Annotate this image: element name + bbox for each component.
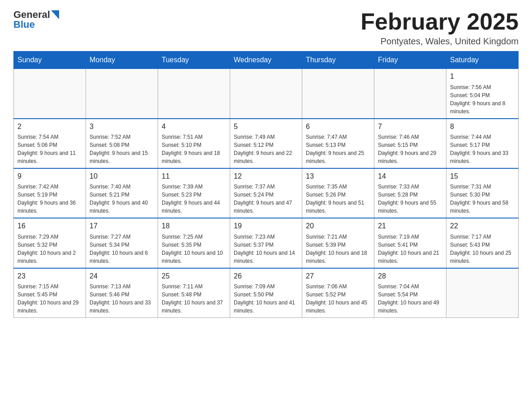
- month-title: February 2025: [360, 9, 519, 34]
- calendar-day-cell: 15Sunrise: 7:31 AMSunset: 5:30 PMDayligh…: [446, 168, 519, 218]
- day-info: Sunrise: 7:44 AMSunset: 5:17 PMDaylight:…: [450, 133, 515, 165]
- day-info: Sunrise: 7:13 AMSunset: 5:46 PMDaylight:…: [90, 283, 154, 315]
- calendar-day-cell: 10Sunrise: 7:40 AMSunset: 5:21 PMDayligh…: [86, 168, 158, 218]
- calendar-day-cell: 21Sunrise: 7:19 AMSunset: 5:41 PMDayligh…: [374, 218, 446, 268]
- calendar-day-header: Tuesday: [158, 51, 230, 69]
- calendar-day-cell: 5Sunrise: 7:49 AMSunset: 5:12 PMDaylight…: [230, 119, 302, 168]
- location-subtitle: Pontyates, Wales, United Kingdom: [360, 36, 519, 47]
- day-number: 28: [378, 271, 442, 281]
- day-number: 6: [306, 122, 370, 132]
- day-info: Sunrise: 7:37 AMSunset: 5:24 PMDaylight:…: [234, 183, 298, 215]
- day-number: 7: [378, 122, 442, 132]
- calendar-day-cell: [158, 69, 230, 119]
- calendar-day-cell: 13Sunrise: 7:35 AMSunset: 5:26 PMDayligh…: [302, 168, 374, 218]
- day-info: Sunrise: 7:51 AMSunset: 5:10 PMDaylight:…: [162, 133, 226, 165]
- logo-triangle-icon: [51, 10, 59, 19]
- day-info: Sunrise: 7:04 AMSunset: 5:54 PMDaylight:…: [378, 283, 442, 315]
- day-info: Sunrise: 7:15 AMSunset: 5:45 PMDaylight:…: [17, 283, 82, 315]
- day-number: 20: [306, 221, 370, 231]
- title-section: February 2025 Pontyates, Wales, United K…: [360, 9, 519, 47]
- calendar-week-row: 1Sunrise: 7:56 AMSunset: 5:04 PMDaylight…: [14, 69, 519, 119]
- calendar-day-cell: [14, 69, 86, 119]
- calendar-day-cell: 16Sunrise: 7:29 AMSunset: 5:32 PMDayligh…: [14, 218, 86, 268]
- day-info: Sunrise: 7:11 AMSunset: 5:48 PMDaylight:…: [162, 283, 226, 315]
- calendar-day-cell: 25Sunrise: 7:11 AMSunset: 5:48 PMDayligh…: [158, 268, 230, 318]
- calendar-day-cell: 6Sunrise: 7:47 AMSunset: 5:13 PMDaylight…: [302, 119, 374, 168]
- day-info: Sunrise: 7:47 AMSunset: 5:13 PMDaylight:…: [306, 133, 370, 165]
- calendar-header-row: SundayMondayTuesdayWednesdayThursdayFrid…: [14, 51, 519, 69]
- calendar-day-cell: 28Sunrise: 7:04 AMSunset: 5:54 PMDayligh…: [374, 268, 446, 318]
- calendar-week-row: 16Sunrise: 7:29 AMSunset: 5:32 PMDayligh…: [14, 218, 519, 268]
- calendar-day-cell: 7Sunrise: 7:46 AMSunset: 5:15 PMDaylight…: [374, 119, 446, 168]
- day-number: 2: [17, 122, 82, 132]
- day-number: 1: [450, 72, 515, 81]
- day-number: 24: [90, 271, 154, 281]
- day-info: Sunrise: 7:40 AMSunset: 5:21 PMDaylight:…: [90, 183, 154, 215]
- day-info: Sunrise: 7:56 AMSunset: 5:04 PMDaylight:…: [450, 83, 515, 116]
- day-number: 13: [306, 171, 370, 181]
- calendar-day-cell: 22Sunrise: 7:17 AMSunset: 5:43 PMDayligh…: [446, 218, 519, 268]
- day-number: 19: [234, 221, 298, 231]
- day-number: 15: [450, 171, 515, 181]
- day-number: 26: [234, 271, 298, 281]
- logo: General Blue: [13, 9, 59, 30]
- calendar-day-cell: 18Sunrise: 7:25 AMSunset: 5:35 PMDayligh…: [158, 218, 230, 268]
- day-number: 25: [162, 271, 226, 281]
- day-info: Sunrise: 7:49 AMSunset: 5:12 PMDaylight:…: [234, 133, 298, 165]
- day-info: Sunrise: 7:39 AMSunset: 5:23 PMDaylight:…: [162, 183, 226, 215]
- day-number: 22: [450, 221, 515, 231]
- page-header: General Blue February 2025 Pontyates, Wa…: [13, 9, 519, 47]
- svg-marker-0: [51, 10, 59, 19]
- day-info: Sunrise: 7:21 AMSunset: 5:39 PMDaylight:…: [306, 233, 370, 265]
- calendar-day-cell: 2Sunrise: 7:54 AMSunset: 5:06 PMDaylight…: [14, 119, 86, 168]
- day-number: 14: [378, 171, 442, 181]
- calendar-day-cell: 3Sunrise: 7:52 AMSunset: 5:08 PMDaylight…: [86, 119, 158, 168]
- calendar-day-cell: 19Sunrise: 7:23 AMSunset: 5:37 PMDayligh…: [230, 218, 302, 268]
- calendar-day-header: Sunday: [14, 51, 86, 69]
- calendar-day-cell: 26Sunrise: 7:09 AMSunset: 5:50 PMDayligh…: [230, 268, 302, 318]
- calendar-day-cell: 14Sunrise: 7:33 AMSunset: 5:28 PMDayligh…: [374, 168, 446, 218]
- calendar-week-row: 9Sunrise: 7:42 AMSunset: 5:19 PMDaylight…: [14, 168, 519, 218]
- day-number: 3: [90, 122, 154, 132]
- calendar-day-cell: 8Sunrise: 7:44 AMSunset: 5:17 PMDaylight…: [446, 119, 519, 168]
- calendar-day-cell: 4Sunrise: 7:51 AMSunset: 5:10 PMDaylight…: [158, 119, 230, 168]
- calendar-day-cell: 9Sunrise: 7:42 AMSunset: 5:19 PMDaylight…: [14, 168, 86, 218]
- calendar-day-cell: [374, 69, 446, 119]
- day-number: 5: [234, 122, 298, 132]
- day-info: Sunrise: 7:09 AMSunset: 5:50 PMDaylight:…: [234, 283, 298, 315]
- day-number: 11: [162, 171, 226, 181]
- day-number: 21: [378, 221, 442, 231]
- day-info: Sunrise: 7:42 AMSunset: 5:19 PMDaylight:…: [17, 183, 82, 215]
- day-info: Sunrise: 7:46 AMSunset: 5:15 PMDaylight:…: [378, 133, 442, 165]
- calendar-day-cell: 24Sunrise: 7:13 AMSunset: 5:46 PMDayligh…: [86, 268, 158, 318]
- calendar-day-cell: 1Sunrise: 7:56 AMSunset: 5:04 PMDaylight…: [446, 69, 519, 119]
- calendar-day-cell: 17Sunrise: 7:27 AMSunset: 5:34 PMDayligh…: [86, 218, 158, 268]
- calendar-day-header: Friday: [374, 51, 446, 69]
- day-number: 9: [17, 171, 82, 181]
- calendar-week-row: 2Sunrise: 7:54 AMSunset: 5:06 PMDaylight…: [14, 119, 519, 168]
- calendar-day-cell: 12Sunrise: 7:37 AMSunset: 5:24 PMDayligh…: [230, 168, 302, 218]
- day-info: Sunrise: 7:19 AMSunset: 5:41 PMDaylight:…: [378, 233, 442, 265]
- calendar-day-cell: 23Sunrise: 7:15 AMSunset: 5:45 PMDayligh…: [14, 268, 86, 318]
- day-info: Sunrise: 7:52 AMSunset: 5:08 PMDaylight:…: [90, 133, 154, 165]
- calendar-day-cell: [86, 69, 158, 119]
- day-number: 18: [162, 221, 226, 231]
- day-info: Sunrise: 7:06 AMSunset: 5:52 PMDaylight:…: [306, 283, 370, 315]
- calendar-day-cell: [302, 69, 374, 119]
- calendar-day-header: Thursday: [302, 51, 374, 69]
- day-number: 12: [234, 171, 298, 181]
- day-number: 23: [17, 271, 82, 281]
- calendar-day-header: Monday: [86, 51, 158, 69]
- day-info: Sunrise: 7:27 AMSunset: 5:34 PMDaylight:…: [90, 233, 154, 265]
- calendar-day-cell: 20Sunrise: 7:21 AMSunset: 5:39 PMDayligh…: [302, 218, 374, 268]
- day-info: Sunrise: 7:29 AMSunset: 5:32 PMDaylight:…: [17, 233, 82, 265]
- day-number: 17: [90, 221, 154, 231]
- logo-blue-text: Blue: [13, 19, 35, 30]
- day-info: Sunrise: 7:54 AMSunset: 5:06 PMDaylight:…: [17, 133, 82, 165]
- calendar-week-row: 23Sunrise: 7:15 AMSunset: 5:45 PMDayligh…: [14, 268, 519, 318]
- day-number: 16: [17, 221, 82, 231]
- calendar-day-header: Wednesday: [230, 51, 302, 69]
- calendar-day-cell: [446, 268, 519, 318]
- day-info: Sunrise: 7:35 AMSunset: 5:26 PMDaylight:…: [306, 183, 370, 215]
- day-info: Sunrise: 7:17 AMSunset: 5:43 PMDaylight:…: [450, 233, 515, 265]
